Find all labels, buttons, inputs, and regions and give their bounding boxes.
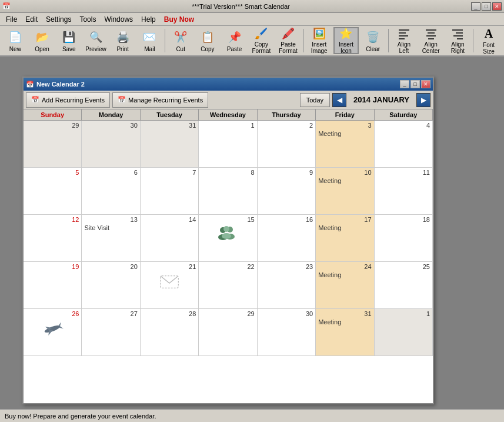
table-row[interactable]: 29 xyxy=(24,121,82,168)
copy-button[interactable]: 📋 Copy xyxy=(195,27,221,54)
save-button[interactable]: 💾 Save xyxy=(56,27,82,54)
preview-button[interactable]: 🔍 Preview xyxy=(83,27,109,54)
table-row[interactable]: 31Meeting xyxy=(316,309,374,356)
menu-edit[interactable]: Edit xyxy=(22,14,41,25)
align-right-label: Align Right xyxy=(447,41,469,54)
close-button[interactable]: ✕ xyxy=(492,2,502,11)
table-row[interactable]: 1 xyxy=(375,309,433,356)
event-plane-icon xyxy=(26,320,79,337)
new-button[interactable]: 📄 New xyxy=(2,27,28,54)
clear-button[interactable]: 🗑️ Clear xyxy=(360,27,386,54)
menu-settings[interactable]: Settings xyxy=(42,14,75,25)
table-row[interactable]: 15 xyxy=(199,215,257,262)
next-month-button[interactable]: ▶ xyxy=(416,93,430,107)
table-row[interactable]: 29 xyxy=(199,309,257,356)
new-icon: 📄 xyxy=(7,29,24,45)
table-row[interactable]: 22 xyxy=(199,262,257,309)
add-recurring-button[interactable]: 📅 Add Recurring Events xyxy=(26,92,110,108)
menu-tools[interactable]: Tools xyxy=(76,14,99,25)
svg-rect-10 xyxy=(453,35,463,36)
svg-rect-1 xyxy=(399,32,406,34)
open-button[interactable]: 📂 Open xyxy=(29,27,55,54)
align-right-icon xyxy=(449,27,466,40)
table-row[interactable]: 26 xyxy=(24,309,82,356)
insert-icon-button[interactable]: ⭐ Insert Icon xyxy=(333,27,359,54)
table-row[interactable]: 9 xyxy=(258,168,316,215)
maximize-button[interactable]: □ xyxy=(482,2,491,11)
table-row[interactable]: 4 xyxy=(375,121,433,168)
font-size-button[interactable]: A Font Size xyxy=(476,27,502,54)
table-row[interactable]: 13Site Visit xyxy=(82,215,140,262)
table-row[interactable]: 24Meeting xyxy=(316,262,374,309)
table-row[interactable]: 3Meeting xyxy=(316,121,374,168)
table-row[interactable]: 30 xyxy=(82,121,140,168)
calendar-minimize-button[interactable]: _ xyxy=(400,80,409,88)
menu-bar: File Edit Settings Tools Windows Help Bu… xyxy=(0,13,504,26)
toolbar-separator-4 xyxy=(473,29,473,52)
prev-month-button[interactable]: ◀ xyxy=(332,93,346,107)
table-row[interactable]: 10Meeting xyxy=(316,168,374,215)
minimize-button[interactable]: _ xyxy=(471,2,480,11)
paste-button[interactable]: 📌 Paste xyxy=(222,27,248,54)
header-monday: Monday xyxy=(82,109,140,120)
calendar-close-button[interactable]: ✕ xyxy=(421,80,430,88)
align-left-button[interactable]: Align Left xyxy=(391,27,417,54)
insert-image-icon: 🖼️ xyxy=(311,27,328,40)
align-right-button[interactable]: Align Right xyxy=(445,27,471,54)
print-button[interactable]: 🖨️ Print xyxy=(110,27,136,54)
insert-image-button[interactable]: 🖼️ Insert Image xyxy=(306,27,332,54)
table-row[interactable]: 30 xyxy=(258,309,316,356)
header-thursday: Thursday xyxy=(258,109,316,120)
cut-button[interactable]: ✂️ Cut xyxy=(168,27,193,54)
header-saturday: Saturday xyxy=(375,109,433,120)
table-row[interactable]: 11 xyxy=(375,168,433,215)
status-bar: Buy now! Prepare and generate your event… xyxy=(0,409,504,422)
insert-icon-icon: ⭐ xyxy=(338,27,354,40)
align-center-label: Align Center xyxy=(420,41,442,54)
manage-recurring-button[interactable]: 📅 Manage Recurring Events xyxy=(112,92,208,108)
align-center-button[interactable]: Align Center xyxy=(418,27,444,54)
copy-format-button[interactable]: 🖌️ Copy Format xyxy=(248,27,274,54)
save-icon: 💾 xyxy=(61,29,77,45)
table-row[interactable]: 7 xyxy=(141,168,199,215)
toolbar-separator-3 xyxy=(388,29,389,52)
table-row[interactable]: 14 xyxy=(141,215,199,262)
menu-windows[interactable]: Windows xyxy=(101,14,136,25)
menu-buy-now[interactable]: Buy Now xyxy=(161,14,198,25)
event-meeting: Meeting xyxy=(318,177,371,184)
menu-file[interactable]: File xyxy=(2,14,21,25)
table-row[interactable]: 28 xyxy=(141,309,199,356)
table-row[interactable]: 2 xyxy=(258,121,316,168)
mail-button[interactable]: ✉️ Mail xyxy=(137,27,163,54)
toolbar: 📄 New 📂 Open 💾 Save 🔍 Preview 🖨️ Print ✉… xyxy=(0,26,504,57)
font-size-label: Font Size xyxy=(478,42,500,55)
menu-help[interactable]: Help xyxy=(138,14,159,25)
table-row[interactable]: 23 xyxy=(258,262,316,309)
table-row[interactable]: 31 xyxy=(141,121,199,168)
manage-recurring-icon: 📅 xyxy=(118,96,126,104)
table-row[interactable]: 20 xyxy=(82,262,140,309)
header-friday: Friday xyxy=(316,109,374,120)
table-row[interactable]: 25 xyxy=(375,262,433,309)
table-row[interactable]: 6 xyxy=(82,168,140,215)
table-row[interactable]: 12 xyxy=(24,215,82,262)
table-row[interactable]: 17Meeting xyxy=(316,215,374,262)
table-row[interactable]: 21 xyxy=(141,262,199,309)
copy-format-label: Copy Format xyxy=(250,41,272,54)
cut-label: Cut xyxy=(176,46,185,52)
table-row[interactable]: 19 xyxy=(24,262,82,309)
table-row[interactable]: 18 xyxy=(375,215,433,262)
svg-rect-5 xyxy=(428,32,435,34)
copy-label: Copy xyxy=(201,46,214,52)
cut-icon: ✂️ xyxy=(172,29,189,45)
paste-format-button[interactable]: 🖍️ Paste Format xyxy=(275,27,301,54)
calendar-maximize-button[interactable]: □ xyxy=(410,80,420,88)
open-label: Open xyxy=(35,46,49,52)
align-left-icon xyxy=(396,27,412,40)
table-row[interactable]: 1 xyxy=(199,121,257,168)
today-button[interactable]: Today xyxy=(300,93,330,107)
table-row[interactable]: 8 xyxy=(199,168,257,215)
table-row[interactable]: 27 xyxy=(82,309,140,356)
table-row[interactable]: 16 xyxy=(258,215,316,262)
table-row[interactable]: 5 xyxy=(24,168,82,215)
